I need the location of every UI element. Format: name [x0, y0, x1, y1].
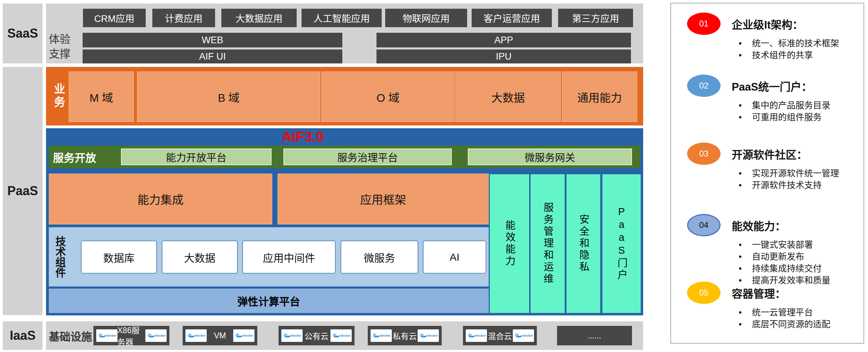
experience-support-line2: 支撑	[49, 47, 70, 61]
docker-icon: docker	[281, 329, 303, 342]
docker-icon: docker	[96, 329, 117, 342]
docker-icon: docker	[513, 329, 534, 342]
bullet: 一键式安装部署	[732, 239, 830, 251]
docker-icon-label: docker	[340, 334, 351, 337]
saas-band: CRM应用 计费应用 大数据应用 人工智能应用 物联网应用 客户运营应用 第三方…	[46, 3, 643, 63]
component-bigdata: 大数据	[162, 240, 238, 274]
domain-box-o: O 域	[321, 71, 455, 122]
panel-item-title: 能效能力：	[732, 217, 830, 233]
app-box-customer-ops: 客户运营应用	[472, 9, 552, 27]
docker-icon-label: docker	[155, 334, 166, 337]
number-badge-03: 03	[687, 143, 721, 165]
component-microservice: 微服务	[341, 240, 418, 274]
panel-item-efficiency: 04 能效能力： 一键式安装部署 自动更新发布 持续集成持续交付 提高开发效率和…	[687, 214, 858, 286]
bullet: 持续集成持续交付	[732, 262, 830, 274]
panel-item-body: 开源软件社区： 实现开源软件统一管理 开源软件技术支持	[732, 143, 839, 191]
component-ai: AI	[423, 240, 486, 274]
docker-icon-label: docker	[243, 334, 253, 337]
docker-icon-label: docker	[380, 334, 391, 337]
domain-box-bigdata: 大数据	[455, 71, 561, 122]
application-framework-box: 应用框架	[277, 174, 489, 224]
pillar-security-privacy: 安全和隐私	[566, 174, 600, 313]
app-box-ai: 人工智能应用	[302, 9, 382, 27]
aif-version-title: AIF3.0	[46, 128, 559, 145]
pillar-paas-portal: PaaS门户	[602, 174, 641, 313]
iaas-node-label: ......	[588, 331, 601, 340]
iaas-band: 基础设施 docker X86服务器 docker docker VM dock…	[46, 321, 643, 350]
tech-components-box: 技术组件 数据库 大数据 应用中间件 微服务 AI	[49, 227, 489, 286]
panel-item-title: 开源软件社区：	[732, 146, 839, 162]
iaas-node-private-cloud: docker 私有云 docker	[368, 326, 442, 345]
bullet: 底层不同资源的适配	[732, 318, 830, 330]
iaas-node-hybrid-cloud: docker 混合云 docker	[463, 326, 537, 345]
bullet: 技术组件的共享	[732, 49, 839, 61]
docker-icon: docker	[371, 329, 392, 342]
panel-item-bullets: 集中的产品服务目录 可重用的组件服务	[732, 99, 830, 123]
panel-item-bullets: 实现开源软件统一管理 开源软件技术支持	[732, 167, 839, 191]
panel-item-container-mgmt: 05 容器管理： 统一云管理平台 底层不同资源的适配	[687, 282, 858, 330]
service-governance-platform-box: 服务治理平台	[283, 148, 452, 165]
iaas-node-label: 混合云	[488, 330, 512, 342]
number-badge-04: 04	[687, 214, 721, 236]
iaas-node-label: 私有云	[393, 330, 417, 342]
bullet: 可重用的组件服务	[732, 111, 830, 123]
docker-icon: docker	[466, 329, 487, 342]
docker-icon: docker	[145, 329, 167, 342]
panel-item-bullets: 一键式安装部署 自动更新发布 持续集成持续交付 提高开发效率和质量	[732, 239, 830, 286]
experience-support-label: 体验 支撑	[49, 32, 70, 61]
panel-item-body: PaaS统一门户： 集中的产品服务目录 可重用的组件服务	[732, 75, 830, 123]
app-box-iot: 物联网应用	[385, 9, 467, 27]
docker-icon: docker	[233, 329, 254, 342]
panel-item-enterprise-it: 01 企业级It架构： 统一、标准的技术框架 技术组件的共享	[687, 13, 858, 61]
architecture-diagram: SaaS PaaS IaaS CRM应用 计费应用 大数据应用 人工智能应用 物…	[0, 0, 868, 352]
panel-item-bullets: 统一云管理平台 底层不同资源的适配	[732, 306, 830, 330]
layer-label-paas: PaaS	[3, 67, 43, 315]
docker-icon: docker	[185, 329, 207, 342]
aif-ui-bar: AIF UI	[83, 49, 342, 63]
panel-item-body: 容器管理： 统一云管理平台 底层不同资源的适配	[732, 282, 830, 330]
business-label: 业务	[50, 67, 67, 125]
domain-box-b: B 域	[137, 71, 320, 122]
capability-integration-box: 能力集成	[49, 174, 272, 224]
capability-open-platform-box: 能力开放平台	[121, 148, 272, 165]
iaas-node-label: VM	[214, 331, 226, 340]
bullet: 集中的产品服务目录	[732, 99, 830, 111]
number-badge-05: 05	[687, 282, 721, 304]
panel-item-title: PaaS统一门户：	[732, 78, 830, 94]
component-database: 数据库	[81, 240, 157, 274]
microservice-gateway-box: 微服务网关	[468, 148, 632, 165]
layer-label-saas: SaaS	[3, 3, 43, 63]
app-box-bigdata: 大数据应用	[221, 9, 297, 27]
app-bar: APP	[376, 33, 631, 47]
experience-support-line1: 体验	[49, 32, 70, 47]
docker-icon: docker	[330, 329, 352, 342]
panel-item-title: 容器管理：	[732, 285, 830, 301]
app-box-thirdparty: 第三方应用	[558, 9, 633, 27]
iaas-node-label: X86服务器	[117, 324, 146, 347]
app-box-crm: CRM应用	[83, 9, 146, 27]
panel-item-opensource-community: 03 开源软件社区： 实现开源软件统一管理 开源软件技术支持	[687, 143, 858, 191]
docker-icon-label: docker	[475, 334, 486, 337]
paas-platform-box: AIF3.0 服务开放 能力开放平台 服务治理平台 微服务网关 能力集成 应用框…	[46, 128, 643, 315]
number-badge-02: 02	[687, 75, 721, 97]
bullet: 实现开源软件统一管理	[732, 167, 839, 179]
panel-item-body: 能效能力： 一键式安装部署 自动更新发布 持续集成持续交付 提高开发效率和质量	[732, 214, 830, 286]
panel-item-body: 企业级It架构： 统一、标准的技术框架 技术组件的共享	[732, 13, 839, 61]
iaas-node-more: ......	[557, 326, 632, 345]
app-box-billing: 计费应用	[152, 9, 215, 27]
layer-label-iaas: IaaS	[3, 321, 43, 350]
service-open-bar: 服务开放 能力开放平台 服务治理平台 微服务网关	[49, 146, 640, 168]
panel-item-bullets: 统一、标准的技术框架 技术组件的共享	[732, 37, 839, 61]
bullet: 自动更新发布	[732, 251, 830, 262]
iaas-node-vm: docker VM docker	[183, 326, 257, 345]
service-open-label: 服务开放	[53, 146, 96, 168]
iaas-node-label: 公有云	[305, 330, 329, 342]
docker-icon-label: docker	[291, 334, 302, 337]
pillar-efficiency: 能效能力	[490, 174, 529, 313]
docker-icon-label: docker	[427, 334, 438, 337]
domain-box-m: M 域	[69, 71, 134, 122]
docker-icon-label: docker	[195, 334, 206, 337]
panel-item-paas-portal: 02 PaaS统一门户： 集中的产品服务目录 可重用的组件服务	[687, 75, 858, 123]
elastic-compute-platform-bar: 弹性计算平台	[49, 289, 489, 313]
tech-components-label: 技术组件	[52, 227, 68, 286]
